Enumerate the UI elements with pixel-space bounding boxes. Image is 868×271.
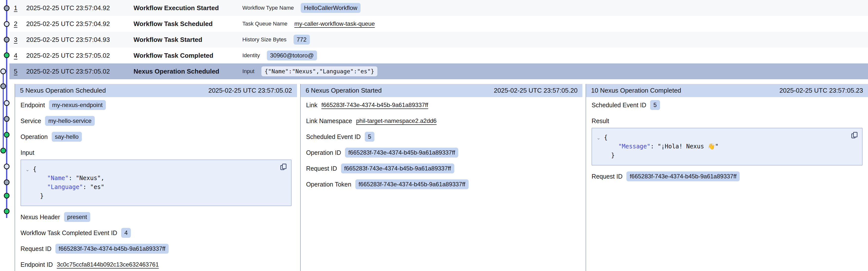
field-value-badge: f665283f-743e-4374-b45b-9a61a89337ff	[355, 179, 469, 189]
field-label: Link Namespace	[306, 117, 352, 125]
json-value: : "es"	[83, 184, 104, 190]
copy-icon	[851, 132, 858, 139]
field-label: Operation ID	[306, 149, 341, 156]
detail-field-row: Request IDf665283f-743e-4374-b45b-9a61a8…	[591, 171, 863, 181]
detail-field-row: Scheduled Event ID5	[591, 100, 863, 110]
field-label: Scheduled Event ID	[591, 102, 646, 109]
json-key: "Language"	[47, 184, 83, 190]
json-payload-viewer: ⌄{ "Name": "Nexus", "Language": "es" }	[21, 160, 291, 206]
json-code-line: }	[596, 151, 858, 160]
json-value: : "Nexus",	[69, 174, 104, 182]
event-timestamp: 2025-02-25 UTC 23:57:05.02	[26, 52, 133, 59]
event-attribute-label: Identity	[242, 52, 260, 59]
event-name: Nexus Operation Scheduled	[133, 67, 242, 75]
detail-field-row: Request IDf665283f-743e-4374-b45b-9a61a8…	[21, 244, 291, 254]
detail-field-row: Operation Tokenf665283f-743e-4374-b45b-9…	[306, 179, 577, 189]
detail-field-row: Scheduled Event ID5	[306, 132, 577, 142]
event-table-row[interactable]: 42025-02-25 UTC 23:57:05.02Workflow Task…	[9, 48, 868, 63]
panel-title: 10 Nexus Operation Completed	[591, 87, 681, 94]
field-value-badge: present	[64, 212, 90, 222]
event-marker-gray	[1, 84, 6, 89]
detail-field-row: Endpoint ID3c0c75ccfa8144b092c13ce632463…	[21, 260, 291, 270]
copy-button[interactable]	[279, 163, 288, 171]
event-attribute-label: History Size Bytes	[242, 36, 287, 43]
field-label: Scheduled Event ID	[306, 133, 361, 140]
field-value-link[interactable]: f665283f-743e-4374-b45b-9a61a89337ff	[321, 102, 428, 108]
event-id-link[interactable]: 4	[14, 52, 26, 59]
event-id-link[interactable]: 2	[14, 20, 26, 28]
field-value-link[interactable]: phil-target-namespace2.a2dd6	[356, 117, 437, 124]
event-id-link[interactable]: 1	[14, 4, 26, 12]
field-value-badge: f665283f-743e-4374-b45b-9a61a89337ff	[626, 171, 740, 181]
field-value-badge: f665283f-743e-4374-b45b-9a61a89337ff	[55, 244, 169, 254]
event-detail-panel: 10 Nexus Operation Completed2025-02-25 U…	[586, 84, 868, 271]
panel-title: 6 Nexus Operation Started	[306, 87, 382, 94]
code-indent-spacer	[596, 143, 604, 151]
detail-field-row: Link Namespacephil-target-namespace2.a2d…	[306, 116, 577, 126]
event-marker-gray	[4, 6, 9, 11]
detail-field-row: Servicemy-hello-service	[21, 116, 291, 126]
field-label: Request ID	[591, 173, 622, 180]
event-attribute-label: Workflow Type Name	[242, 5, 294, 11]
code-indent-spacer	[26, 174, 33, 183]
event-timeline-graph	[0, 0, 15, 271]
temporal-event-history-view: 12025-02-25 UTC 23:57:04.92Workflow Exec…	[0, 0, 868, 271]
json-code-line: "Name": "Nexus",	[26, 174, 287, 183]
event-attribute-badge: 772	[293, 35, 310, 45]
code-indent-spacer	[26, 183, 33, 192]
json-code-line: "Message": "¡Hola! Nexus 👋"	[596, 142, 858, 151]
json-code-line: }	[26, 192, 287, 201]
event-table-row[interactable]: 22025-02-25 UTC 23:57:04.92Workflow Task…	[9, 16, 868, 32]
event-detail-panel-header: 6 Nexus Operation Started2025-02-25 UTC …	[301, 84, 583, 97]
json-value: {	[33, 166, 36, 173]
event-table-row[interactable]: 12025-02-25 UTC 23:57:04.92Workflow Exec…	[9, 0, 868, 16]
json-code-line: ⌄{	[596, 133, 858, 142]
detail-field-row: Endpointmy-nexus-endpoint	[21, 100, 291, 110]
json-key: "Message"	[618, 143, 650, 150]
collapse-chevron-icon[interactable]: ⌄	[596, 134, 604, 142]
event-history-table: 12025-02-25 UTC 23:57:04.92Workflow Exec…	[9, 0, 868, 79]
event-attribute-badge: HelloCallerWorkflow	[301, 3, 361, 13]
detail-field-row: Request IDf665283f-743e-4374-b45b-9a61a8…	[306, 163, 577, 173]
event-table-row[interactable]: 52025-02-25 UTC 23:57:05.02Nexus Operati…	[9, 63, 868, 79]
event-marker-green	[4, 53, 9, 58]
event-marker-light	[4, 164, 9, 169]
json-code-line: ⌄{	[26, 165, 287, 174]
field-value-badge: my-nexus-endpoint	[49, 100, 106, 110]
event-timestamp: 2025-02-25 UTC 23:57:04.93	[26, 36, 133, 44]
event-marker-green	[4, 193, 9, 198]
code-indent-spacer	[26, 192, 33, 201]
event-attribute-link[interactable]: my-caller-workflow-task-queue	[294, 20, 375, 27]
event-detail-panel-header: 10 Nexus Operation Completed2025-02-25 U…	[586, 84, 868, 97]
event-marker-gray	[4, 37, 9, 42]
field-value-badge: 4	[121, 228, 131, 238]
json-value: }	[40, 192, 43, 199]
event-table-row[interactable]: 32025-02-25 UTC 23:57:04.93Workflow Task…	[9, 32, 868, 48]
event-marker-green	[4, 132, 9, 137]
event-detail-panel: 5 Nexus Operation Scheduled2025-02-25 UT…	[14, 84, 297, 271]
event-detail-panel-header: 5 Nexus Operation Scheduled2025-02-25 UT…	[15, 84, 297, 97]
panel-body: Linkf665283f-743e-4374-b45b-9a61a89337ff…	[301, 97, 583, 189]
collapse-chevron-icon[interactable]: ⌄	[26, 165, 33, 174]
event-id-link[interactable]: 5	[14, 67, 26, 75]
event-attribute-label: Input	[242, 68, 254, 75]
field-label: Request ID	[21, 245, 52, 252]
detail-field-row: Linkf665283f-743e-4374-b45b-9a61a89337ff	[306, 100, 577, 110]
field-label: Operation	[21, 133, 48, 140]
event-marker-light	[4, 101, 9, 106]
event-timestamp: 2025-02-25 UTC 23:57:04.92	[26, 4, 133, 12]
event-name: Workflow Execution Started	[133, 4, 242, 12]
event-marker-light	[4, 22, 9, 27]
event-detail-panels: 5 Nexus Operation Scheduled2025-02-25 UT…	[0, 84, 868, 271]
field-label: Request ID	[306, 165, 337, 172]
copy-button[interactable]	[850, 131, 859, 140]
detail-field-row: Operationsay-hello	[21, 132, 291, 142]
field-value-link[interactable]: 3c0c75ccfa8144b092c13ce632463761	[57, 261, 159, 268]
copy-icon	[280, 163, 287, 171]
field-value-badge: say-hello	[52, 132, 82, 142]
field-label: Endpoint	[21, 102, 45, 109]
event-marker-green	[4, 209, 9, 214]
event-id-link[interactable]: 3	[14, 36, 26, 44]
json-code-line: "Language": "es"	[26, 183, 287, 192]
event-attribute-label: Task Queue Name	[242, 21, 287, 27]
